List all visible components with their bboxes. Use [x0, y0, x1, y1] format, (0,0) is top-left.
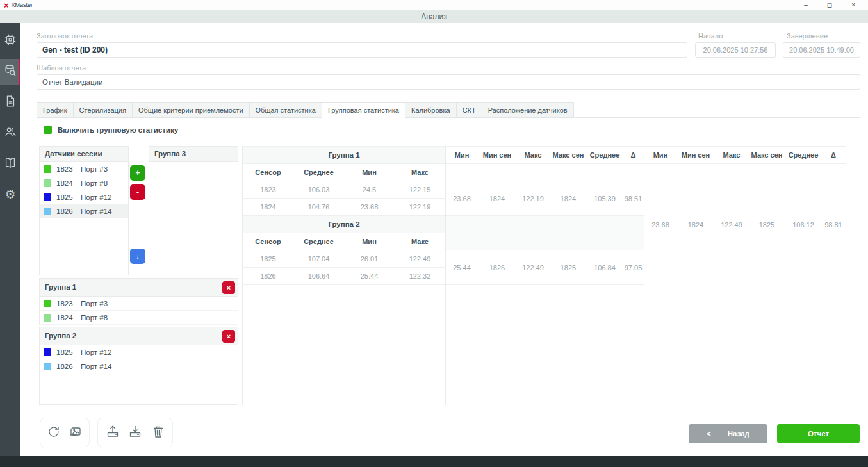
sensor-port: Порт #14 — [81, 208, 111, 215]
sidebar-item[interactable] — [0, 59, 20, 85]
table-row: 1826 106.64 25.44 122.32 — [243, 268, 445, 285]
column-header: Сенсор — [243, 238, 293, 245]
page-title: Анализ — [0, 10, 868, 23]
app-name: XMaster — [12, 2, 33, 8]
table-row: 1823 106.03 24.5 122.15 — [243, 181, 445, 199]
users-icon — [3, 125, 17, 142]
overall-summary-row: 23.68 1824 122.49 1825 106.12 98.81 — [644, 164, 846, 285]
window-titlebar: × XMaster – ◻ × — [0, 0, 868, 10]
database-search-icon — [3, 63, 17, 80]
column-header: Среднее — [293, 168, 344, 176]
sidebar-item[interactable] — [0, 151, 20, 177]
sensor-color-swatch — [44, 348, 51, 356]
sensor-list-item[interactable]: 1825 Порт #12 — [40, 190, 128, 204]
close-button[interactable]: × — [851, 0, 855, 10]
sensor-color-swatch — [44, 208, 51, 215]
start-label: Начало — [698, 32, 723, 40]
tab[interactable]: СКТ — [456, 102, 482, 118]
end-datetime-input[interactable] — [783, 42, 860, 58]
report-button[interactable]: Отчет — [777, 424, 860, 443]
move-down-button[interactable]: ↓ — [130, 249, 145, 264]
enable-group-stats-checkbox[interactable] — [44, 126, 52, 134]
column-header: Мин сен — [676, 151, 715, 159]
sidebar-item[interactable] — [0, 120, 20, 146]
upload-button[interactable] — [104, 424, 121, 441]
session-sensors-title: Датчики сессии — [40, 147, 128, 162]
report-template-label: Шаблон отчета — [37, 64, 86, 72]
group2-panel: Группа 2 × 1825 Порт #12 1826 — [39, 327, 238, 405]
status-bar — [0, 456, 868, 467]
sensor-color-swatch — [44, 179, 51, 187]
tab[interactable]: Общие критерии приемлемости — [132, 102, 250, 118]
tab[interactable]: Калибровка — [405, 102, 457, 118]
sensor-id: 1824 — [56, 179, 76, 187]
column-header: Среднее — [785, 151, 821, 159]
sensor-list-item[interactable]: 1824 Порт #8 — [40, 176, 128, 190]
tab[interactable]: Общая статистика — [249, 102, 322, 118]
refresh-button[interactable] — [45, 424, 62, 441]
sensor-id: 1826 — [56, 363, 76, 370]
export-image-button[interactable] — [67, 424, 84, 441]
group1-sensors-list: 1823 Порт #3 1824 Порт #8 — [40, 297, 238, 325]
back-button[interactable]: < Назад — [689, 424, 767, 443]
sensor-list-item[interactable]: 1823 Порт #3 — [40, 162, 128, 176]
group1-table-title: Группа 1 — [243, 147, 445, 164]
sensor-port: Порт #3 — [81, 165, 108, 173]
sidebar-item[interactable] — [0, 28, 20, 54]
group2-title: Группа 2 — [45, 332, 76, 340]
column-header: Мин — [644, 151, 676, 159]
delete-group2-button[interactable]: × — [222, 330, 235, 343]
sensor-port: Порт #8 — [81, 179, 108, 187]
sensor-port: Порт #8 — [81, 314, 108, 322]
refresh-icon — [46, 424, 61, 439]
sensor-id: 1823 — [56, 300, 76, 307]
cpu-icon — [3, 33, 17, 49]
sensor-port: Порт #14 — [81, 363, 111, 370]
trash-icon — [151, 424, 166, 439]
add-to-group-button[interactable]: + — [130, 165, 145, 181]
overall-summary-table: МинМин сенМаксМакс сенСреднееΔ 23.68 182… — [644, 147, 846, 405]
group2-table-rows: 1825 107.04 26.01 122.49 1826 106.64 25.… — [243, 250, 445, 285]
sidebar-item[interactable] — [0, 90, 20, 115]
group2-table-title: Группа 2 — [243, 216, 445, 233]
minimize-button[interactable]: – — [804, 0, 808, 10]
maximize-button[interactable]: ◻ — [827, 0, 832, 10]
delete-group1-button[interactable]: × — [222, 281, 235, 294]
report-icon — [3, 94, 17, 111]
tab[interactable]: Групповая статистика — [322, 102, 405, 118]
tab[interactable]: Расположение датчиков — [482, 102, 574, 118]
download-button[interactable] — [127, 424, 143, 441]
column-header: Среднее — [293, 238, 344, 245]
refresh-tool-group — [40, 418, 90, 447]
tab[interactable]: Стерилизация — [73, 102, 133, 118]
book-icon — [3, 156, 17, 172]
start-datetime-input[interactable] — [695, 42, 776, 58]
upload-icon — [105, 424, 120, 439]
new-group-panel: Группа 3 — [149, 146, 238, 275]
group1-summary-row: 23.68 1824 122.19 1824 105.39 98.51 — [446, 181, 644, 216]
sensor-list-item[interactable]: 1825 Порт #12 — [40, 345, 238, 359]
sensor-id: 1825 — [56, 193, 76, 201]
column-header: Δ — [623, 151, 644, 159]
sidebar-item[interactable]: ⚙ — [0, 182, 20, 208]
group1-table-header: СенсорСреднееМинМакс — [243, 164, 445, 181]
tab[interactable]: График — [37, 102, 74, 118]
table-row: 1824 104.76 23.68 122.19 — [243, 199, 445, 216]
new-group-title: Группа 3 — [149, 147, 238, 162]
delete-button[interactable] — [150, 424, 167, 441]
remove-from-group-button[interactable]: - — [130, 184, 145, 200]
column-header: Мин — [344, 238, 395, 245]
column-header: Макс — [395, 168, 445, 176]
sensor-list-item[interactable]: 1826 Порт #14 — [40, 204, 128, 218]
group2-table-header: СенсорСреднееМинМакс — [243, 233, 445, 250]
sensor-list-item[interactable]: 1824 Порт #8 — [40, 311, 238, 325]
report-template-input[interactable] — [37, 74, 860, 90]
sensor-list-item[interactable]: 1826 Порт #14 — [40, 359, 238, 373]
sensor-id: 1823 — [56, 165, 76, 173]
app-logo-icon: × — [4, 1, 9, 10]
column-header: Сенсор — [243, 168, 293, 176]
report-title-input[interactable] — [37, 42, 687, 58]
tab-bar: График Стерилизация Общие критерии прием… — [37, 102, 573, 118]
sensor-list-item[interactable]: 1823 Порт #3 — [40, 297, 238, 311]
session-sensors-panel: Датчики сессии 1823 Порт #3 1824 По — [39, 146, 129, 275]
